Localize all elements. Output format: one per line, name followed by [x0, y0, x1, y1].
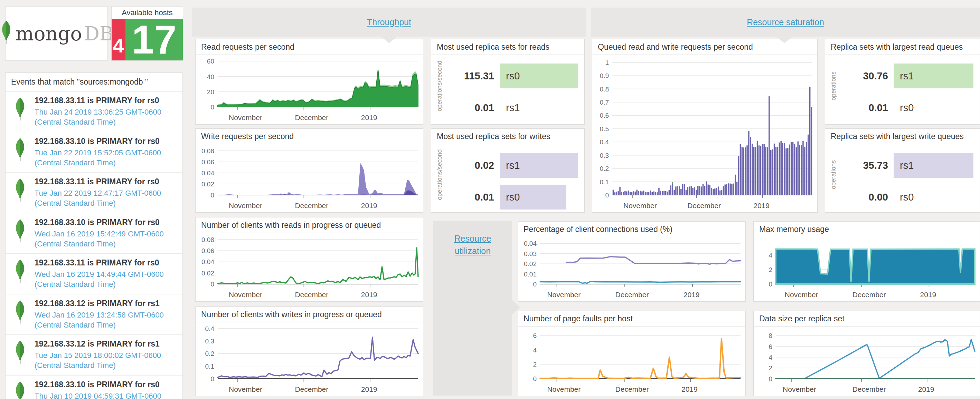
- mongodb-leaf-icon: [6, 218, 35, 249]
- toplist-title: Replica sets with largest read queues: [825, 40, 980, 55]
- toplist-value: 0.01: [450, 192, 500, 203]
- write-requests-chart[interactable]: 00.020.040.060.08NovemberDecember2019: [196, 144, 423, 212]
- svg-text:0.4: 0.4: [205, 325, 215, 332]
- svg-text:December: December: [687, 201, 721, 209]
- toplist-largest-read-queues: 30.76rs10.01rs0: [844, 55, 974, 124]
- resource-utilization-group: Resource utilization: [433, 221, 512, 396]
- throughput-link[interactable]: Throughput: [367, 17, 411, 27]
- toplist-row[interactable]: 0.01rs1: [450, 95, 578, 120]
- svg-text:0.02: 0.02: [524, 260, 537, 268]
- svg-text:2019: 2019: [361, 114, 377, 122]
- hosts-up-count: 17: [126, 19, 183, 60]
- read-requests-chart[interactable]: 0204060NovemberDecember2019: [196, 55, 423, 124]
- mongodb-logo-card: mongoDB: [5, 6, 107, 61]
- toplist-label: rs0: [506, 192, 520, 203]
- logo-text-mongo: mongo: [16, 22, 82, 45]
- event-timestamp: Wed Jan 16 2019 13:24:58 GMT-0600 (Centr…: [35, 310, 180, 330]
- event-row[interactable]: 192.168.33.11 is PRIMARY for rs0Wed Jan …: [6, 254, 183, 294]
- svg-text:November: November: [547, 385, 581, 393]
- queued-requests-chart[interactable]: 00.10.20.30.40.50.60.70.80.91NovemberDec…: [592, 55, 817, 212]
- write-requests-panel: Write requests per second 00.020.040.060…: [195, 128, 423, 213]
- svg-text:6: 6: [533, 332, 537, 339]
- svg-text:December: December: [616, 385, 649, 393]
- svg-text:November: November: [229, 201, 262, 209]
- event-row[interactable]: 192.168.33.10 is PRIMARY for rs0Wed Jan …: [6, 213, 183, 254]
- hosts-down-count: 4: [111, 19, 126, 60]
- svg-text:2019: 2019: [361, 291, 377, 299]
- svg-text:November: November: [229, 385, 262, 393]
- chart-title: Number of clients with reads in progress…: [196, 217, 423, 233]
- svg-text:2019: 2019: [753, 201, 770, 209]
- toplist-most-used-reads: 115.31rs00.01rs1: [450, 55, 578, 124]
- event-title: 192.168.33.11 is PRIMARY for rs0: [35, 96, 180, 105]
- event-row[interactable]: 192.168.33.11 is PRIMARY for rs0Thu Jan …: [6, 92, 183, 132]
- data-size-panel: Data size per replica set 02468NovemberD…: [753, 310, 980, 396]
- event-row[interactable]: 192.168.33.12 is PRIMARY for rs1Wed Jan …: [6, 294, 183, 335]
- svg-text:40: 40: [207, 73, 214, 81]
- event-title: 192.168.33.10 is PRIMARY for rs0: [35, 137, 180, 146]
- resource-saturation-section-header: Resource saturation: [591, 8, 980, 36]
- svg-text:November: November: [229, 291, 262, 299]
- toplist-row[interactable]: 0.00rs0: [844, 185, 974, 209]
- max-memory-chart[interactable]: 024NovemberDecember2019: [754, 237, 980, 301]
- page-faults-panel: Number of page faults per host 0246Novem…: [518, 310, 746, 396]
- read-requests-panel: Read requests per second 0204060November…: [195, 39, 423, 125]
- event-row[interactable]: 192.168.33.10 is PRIMARY for rs0Thu Jan …: [6, 375, 183, 399]
- page-faults-chart[interactable]: 0246NovemberDecember2019: [518, 326, 745, 396]
- chart-title: Percentage of client connections used (%…: [518, 222, 745, 237]
- svg-text:November: November: [785, 291, 818, 299]
- chart-title: Number of page faults per host: [518, 311, 745, 326]
- svg-text:2019: 2019: [361, 385, 377, 393]
- svg-text:2019: 2019: [361, 201, 377, 209]
- toplist-most-used-writes: 0.02rs10.01rs0: [450, 144, 578, 212]
- svg-text:0.5: 0.5: [600, 125, 609, 133]
- svg-text:0.02: 0.02: [202, 269, 214, 277]
- events-header: Events that match "sources:mongodb ": [6, 73, 183, 92]
- resource-utilization-notch: [512, 299, 520, 315]
- toplist-row[interactable]: 30.76rs1: [844, 63, 974, 89]
- svg-text:0.08: 0.08: [202, 236, 214, 243]
- event-timestamp: Tue Jan 22 2019 15:52:05 GMT-0600 (Centr…: [35, 148, 180, 168]
- event-row[interactable]: 192.168.33.10 is PRIMARY for rs0Tue Jan …: [6, 132, 183, 173]
- svg-text:0.08: 0.08: [202, 147, 214, 155]
- toplist-row[interactable]: 115.31rs0: [450, 63, 578, 89]
- mongodb-leaf-icon: [6, 258, 35, 290]
- events-list: 192.168.33.11 is PRIMARY for rs0Thu Jan …: [6, 92, 183, 399]
- toplist-row[interactable]: 0.01rs0: [844, 95, 974, 120]
- event-title: 192.168.33.11 is PRIMARY for rs0: [35, 258, 180, 268]
- toplist-row[interactable]: 0.01rs0: [450, 185, 578, 209]
- pct-connections-chart[interactable]: 00.010.020.030.04NovemberDecember2019: [518, 237, 745, 301]
- svg-text:1: 1: [605, 59, 609, 66]
- resource-utilization-link[interactable]: Resource utilization: [447, 232, 499, 258]
- svg-text:0.1: 0.1: [205, 363, 214, 370]
- toplist-row[interactable]: 0.02rs1: [450, 153, 578, 178]
- toplist-label: rs0: [506, 70, 520, 82]
- mongodb-leaf-icon: [6, 137, 35, 168]
- svg-text:0: 0: [210, 375, 214, 382]
- resource-saturation-link[interactable]: Resource saturation: [747, 17, 824, 27]
- data-size-chart[interactable]: 02468NovemberDecember2019: [754, 326, 980, 396]
- y-axis-label: operations: [830, 71, 837, 100]
- toplist-value: 0.00: [844, 192, 894, 203]
- event-title: 192.168.33.10 is PRIMARY for rs0: [35, 380, 180, 390]
- y-axis-label: operations/second: [436, 61, 443, 111]
- svg-text:November: November: [229, 114, 262, 122]
- svg-text:0.4: 0.4: [600, 138, 609, 146]
- clients-reads-chart[interactable]: 00.020.040.060.08NovemberDecember2019: [196, 233, 423, 301]
- svg-text:0: 0: [768, 280, 772, 288]
- toplist-row[interactable]: 35.73rs1: [844, 153, 974, 178]
- clients-writes-chart[interactable]: 00.10.20.30.4NovemberDecember2019: [196, 322, 423, 396]
- svg-text:0: 0: [210, 280, 214, 288]
- svg-text:2019: 2019: [681, 385, 698, 393]
- event-row[interactable]: 192.168.33.12 is PRIMARY for rs1Tue Jan …: [6, 335, 183, 375]
- event-timestamp: Tue Jan 15 2019 18:00:02 GMT-0600 (Centr…: [35, 350, 180, 371]
- event-row[interactable]: 192.168.33.11 is PRIMARY for rs0Tue Jan …: [6, 173, 183, 213]
- toplist-largest-write-queues: 35.73rs10.00rs0: [844, 144, 974, 212]
- toplist-label: rs1: [506, 160, 520, 171]
- svg-text:0.2: 0.2: [205, 350, 214, 357]
- largest-read-queues-panel: Replica sets with largest read queues op…: [825, 39, 980, 125]
- event-title: 192.168.33.12 is PRIMARY for rs1: [35, 299, 180, 308]
- svg-text:2: 2: [768, 266, 772, 273]
- svg-text:December: December: [295, 114, 328, 122]
- svg-text:0: 0: [210, 192, 214, 199]
